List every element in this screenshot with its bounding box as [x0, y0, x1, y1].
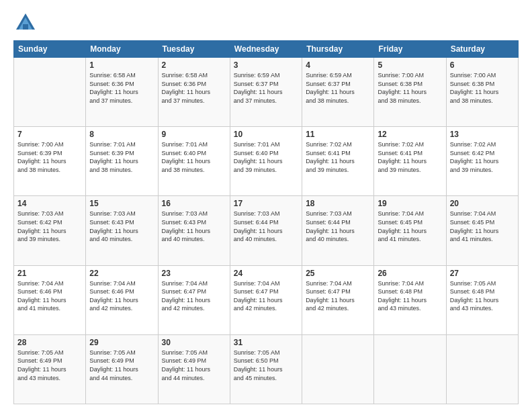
day-number: 29 — [89, 338, 154, 347]
day-info: Sunrise: 7:05 AM Sunset: 6:48 PM Dayligh… — [450, 279, 515, 313]
day-number: 12 — [378, 130, 442, 139]
day-cell: 19Sunrise: 7:04 AM Sunset: 6:45 PM Dayli… — [374, 196, 446, 265]
day-info: Sunrise: 7:02 AM Sunset: 6:42 PM Dayligh… — [450, 140, 515, 174]
day-number: 24 — [234, 269, 298, 278]
day-info: Sunrise: 7:00 AM Sunset: 6:39 PM Dayligh… — [17, 140, 82, 174]
day-cell: 23Sunrise: 7:04 AM Sunset: 6:47 PM Dayli… — [158, 265, 230, 334]
day-number: 28 — [17, 338, 82, 347]
day-cell: 22Sunrise: 7:04 AM Sunset: 6:46 PM Dayli… — [86, 265, 158, 334]
page: SundayMondayTuesdayWednesdayThursdayFrid… — [0, 0, 532, 411]
header-row: SundayMondayTuesdayWednesdayThursdayFrid… — [14, 41, 519, 58]
day-info: Sunrise: 7:04 AM Sunset: 6:45 PM Dayligh… — [378, 210, 442, 243]
day-number: 18 — [306, 199, 370, 208]
day-number: 10 — [234, 130, 298, 139]
day-cell: 28Sunrise: 7:05 AM Sunset: 6:49 PM Dayli… — [14, 334, 86, 404]
day-number: 7 — [17, 130, 82, 139]
day-number: 25 — [306, 269, 370, 278]
day-number: 2 — [162, 60, 226, 70]
header-cell-wednesday: Wednesday — [230, 41, 302, 58]
day-number: 1 — [89, 60, 154, 70]
day-info: Sunrise: 7:04 AM Sunset: 6:48 PM Dayligh… — [378, 279, 442, 313]
day-number: 13 — [450, 130, 515, 139]
header-cell-sunday: Sunday — [14, 41, 86, 58]
day-info: Sunrise: 6:59 AM Sunset: 6:37 PM Dayligh… — [234, 71, 298, 105]
day-number: 9 — [162, 130, 226, 139]
day-number: 15 — [89, 199, 154, 208]
day-info: Sunrise: 7:04 AM Sunset: 6:47 PM Dayligh… — [306, 279, 370, 313]
day-cell: 25Sunrise: 7:04 AM Sunset: 6:47 PM Dayli… — [302, 265, 374, 334]
day-number: 23 — [162, 269, 226, 278]
day-info: Sunrise: 7:01 AM Sunset: 6:40 PM Dayligh… — [234, 140, 298, 174]
day-info: Sunrise: 7:04 AM Sunset: 6:45 PM Dayligh… — [450, 210, 515, 243]
day-number: 19 — [378, 199, 442, 208]
day-info: Sunrise: 7:05 AM Sunset: 6:50 PM Dayligh… — [234, 349, 298, 382]
day-info: Sunrise: 7:04 AM Sunset: 6:47 PM Dayligh… — [234, 279, 298, 313]
day-info: Sunrise: 7:04 AM Sunset: 6:47 PM Dayligh… — [162, 279, 226, 313]
header-cell-friday: Friday — [374, 41, 446, 58]
day-info: Sunrise: 7:00 AM Sunset: 6:38 PM Dayligh… — [450, 71, 515, 105]
day-info: Sunrise: 6:59 AM Sunset: 6:37 PM Dayligh… — [306, 71, 370, 105]
day-cell: 24Sunrise: 7:04 AM Sunset: 6:47 PM Dayli… — [230, 265, 302, 334]
header-cell-thursday: Thursday — [302, 41, 374, 58]
day-cell: 15Sunrise: 7:03 AM Sunset: 6:43 PM Dayli… — [86, 196, 158, 265]
day-cell: 11Sunrise: 7:02 AM Sunset: 6:41 PM Dayli… — [302, 127, 374, 196]
day-cell — [14, 58, 86, 127]
day-info: Sunrise: 7:03 AM Sunset: 6:44 PM Dayligh… — [306, 210, 370, 243]
day-cell — [302, 334, 374, 404]
week-row-2: 7Sunrise: 7:00 AM Sunset: 6:39 PM Daylig… — [14, 127, 519, 196]
day-cell: 17Sunrise: 7:03 AM Sunset: 6:44 PM Dayli… — [230, 196, 302, 265]
header-cell-monday: Monday — [86, 41, 158, 58]
week-row-3: 14Sunrise: 7:03 AM Sunset: 6:42 PM Dayli… — [14, 196, 519, 265]
day-number: 5 — [378, 60, 442, 70]
day-number: 14 — [17, 199, 82, 208]
day-info: Sunrise: 7:03 AM Sunset: 6:43 PM Dayligh… — [162, 210, 226, 243]
day-cell: 12Sunrise: 7:02 AM Sunset: 6:41 PM Dayli… — [374, 127, 446, 196]
day-cell: 9Sunrise: 7:01 AM Sunset: 6:40 PM Daylig… — [158, 127, 230, 196]
day-number: 4 — [306, 60, 370, 70]
day-number: 6 — [450, 60, 515, 70]
day-info: Sunrise: 7:05 AM Sunset: 6:49 PM Dayligh… — [162, 349, 226, 382]
day-info: Sunrise: 7:05 AM Sunset: 6:49 PM Dayligh… — [89, 349, 154, 382]
day-info: Sunrise: 7:02 AM Sunset: 6:41 PM Dayligh… — [306, 140, 370, 174]
day-cell: 16Sunrise: 7:03 AM Sunset: 6:43 PM Dayli… — [158, 196, 230, 265]
logo-icon — [13, 11, 38, 35]
day-cell: 29Sunrise: 7:05 AM Sunset: 6:49 PM Dayli… — [86, 334, 158, 404]
day-number: 16 — [162, 199, 226, 208]
day-cell: 10Sunrise: 7:01 AM Sunset: 6:40 PM Dayli… — [230, 127, 302, 196]
day-number: 8 — [89, 130, 154, 139]
day-number: 22 — [89, 269, 154, 278]
day-cell — [374, 334, 446, 404]
week-row-5: 28Sunrise: 7:05 AM Sunset: 6:49 PM Dayli… — [14, 334, 519, 404]
day-cell: 13Sunrise: 7:02 AM Sunset: 6:42 PM Dayli… — [446, 127, 518, 196]
day-cell: 7Sunrise: 7:00 AM Sunset: 6:39 PM Daylig… — [14, 127, 86, 196]
day-cell: 26Sunrise: 7:04 AM Sunset: 6:48 PM Dayli… — [374, 265, 446, 334]
day-number: 26 — [378, 269, 442, 278]
day-info: Sunrise: 7:01 AM Sunset: 6:40 PM Dayligh… — [162, 140, 226, 174]
day-info: Sunrise: 7:02 AM Sunset: 6:41 PM Dayligh… — [378, 140, 442, 174]
day-info: Sunrise: 7:01 AM Sunset: 6:39 PM Dayligh… — [89, 140, 154, 174]
day-number: 31 — [234, 338, 298, 347]
day-cell: 31Sunrise: 7:05 AM Sunset: 6:50 PM Dayli… — [230, 334, 302, 404]
day-info: Sunrise: 7:00 AM Sunset: 6:38 PM Dayligh… — [378, 71, 442, 105]
day-number: 3 — [234, 60, 298, 70]
logo — [13, 11, 40, 35]
day-info: Sunrise: 7:05 AM Sunset: 6:49 PM Dayligh… — [17, 349, 82, 382]
day-cell: 5Sunrise: 7:00 AM Sunset: 6:38 PM Daylig… — [374, 58, 446, 127]
day-info: Sunrise: 7:03 AM Sunset: 6:44 PM Dayligh… — [234, 210, 298, 243]
day-cell: 6Sunrise: 7:00 AM Sunset: 6:38 PM Daylig… — [446, 58, 518, 127]
day-number: 27 — [450, 269, 515, 278]
day-cell: 2Sunrise: 6:58 AM Sunset: 6:36 PM Daylig… — [158, 58, 230, 127]
day-cell: 8Sunrise: 7:01 AM Sunset: 6:39 PM Daylig… — [86, 127, 158, 196]
day-number: 11 — [306, 130, 370, 139]
day-info: Sunrise: 7:04 AM Sunset: 6:46 PM Dayligh… — [89, 279, 154, 313]
day-info: Sunrise: 6:58 AM Sunset: 6:36 PM Dayligh… — [162, 71, 226, 105]
svg-rect-2 — [23, 24, 28, 30]
week-row-4: 21Sunrise: 7:04 AM Sunset: 6:46 PM Dayli… — [14, 265, 519, 334]
day-cell: 3Sunrise: 6:59 AM Sunset: 6:37 PM Daylig… — [230, 58, 302, 127]
day-cell: 1Sunrise: 6:58 AM Sunset: 6:36 PM Daylig… — [86, 58, 158, 127]
day-cell — [446, 334, 518, 404]
day-cell: 14Sunrise: 7:03 AM Sunset: 6:42 PM Dayli… — [14, 196, 86, 265]
day-cell: 4Sunrise: 6:59 AM Sunset: 6:37 PM Daylig… — [302, 58, 374, 127]
day-info: Sunrise: 7:03 AM Sunset: 6:43 PM Dayligh… — [89, 210, 154, 243]
calendar-table: SundayMondayTuesdayWednesdayThursdayFrid… — [13, 40, 519, 404]
